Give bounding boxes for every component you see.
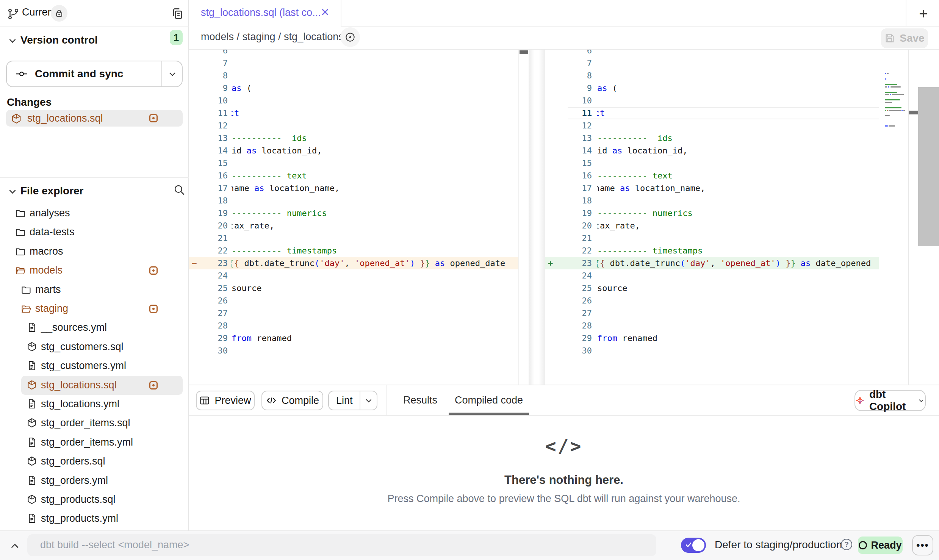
line-number: 21 <box>189 232 228 244</box>
line-number: 22 <box>189 244 228 257</box>
file-explorer-item-stg_products.yml[interactable]: stg_products.yml <box>6 510 183 527</box>
code-slash-icon: </> <box>189 435 939 457</box>
code-line-29: 29from renamed <box>545 332 908 344</box>
file-explorer-item-stg_orders.yml[interactable]: stg_orders.yml <box>6 472 183 490</box>
file-explorer-item-__sources.yml[interactable]: __sources.yml <box>6 319 183 336</box>
minimap[interactable] <box>883 50 908 385</box>
file-explorer-item-stg_locations.sql[interactable]: stg_locations.sql <box>6 377 183 394</box>
file-name: stg_locations.sql <box>41 379 117 391</box>
compile-button[interactable]: Compile <box>261 391 323 410</box>
preview-button[interactable]: Preview <box>196 391 255 410</box>
file-explorer-item-data-tests[interactable]: data-tests <box>6 224 183 241</box>
dbt-copilot-button[interactable]: dbt Copilot <box>854 390 926 411</box>
code-line-21: 21 <box>189 232 518 244</box>
tab-strip: stg_locations.sql (last co... ✕ + <box>189 0 939 27</box>
tab-compiled-code[interactable]: Compiled code <box>453 385 524 415</box>
code-line-28: 28 <box>545 319 908 332</box>
code-line-30: 30 <box>545 344 908 357</box>
model-icon <box>27 456 37 466</box>
file-explorer-item-stg_products.sql[interactable]: stg_products.sql <box>6 491 183 508</box>
preview-label: Preview <box>214 395 251 407</box>
line-number: 29 <box>189 332 228 344</box>
code-line-7: 7 <box>545 57 908 69</box>
diff-pane-original[interactable]: 6789as (1011ct1213---------- ids14id as … <box>189 50 519 385</box>
command-input[interactable]: dbt build --select <model_name> <box>27 534 656 556</box>
chevron-up-icon[interactable] <box>8 540 21 552</box>
line-number: 11 <box>189 107 228 119</box>
modified-badge <box>149 305 158 313</box>
file-explorer-item-analyses[interactable]: analyses <box>6 205 183 222</box>
code-line-9: 9as ( <box>545 82 908 94</box>
code-line-25: 25source <box>545 282 908 294</box>
file-explorer-item-marts[interactable]: marts <box>6 281 183 299</box>
file-explorer-list: analysesdata-testsmacrosmodelsmartsstagi… <box>0 0 189 530</box>
line-number: 26 <box>545 294 592 307</box>
diff-splitter[interactable] <box>529 50 545 385</box>
line-number: 24 <box>545 269 592 282</box>
results-panel: </> There's nothing here. Press Compile … <box>189 416 939 530</box>
code-line-24: 24 <box>189 269 518 282</box>
code-line-26: 26 <box>545 294 908 307</box>
help-icon[interactable]: ? <box>841 539 852 550</box>
line-number: 7 <box>545 57 592 69</box>
code-line-19: 19---------- numerics <box>545 207 908 219</box>
lint-button[interactable]: Lint <box>329 391 360 410</box>
file-name: stg_customers.yml <box>41 360 126 372</box>
scrollbar-thumb[interactable] <box>918 87 939 246</box>
line-number: 23 <box>545 257 592 269</box>
doc-icon <box>27 322 37 333</box>
lint-options-dropdown[interactable] <box>360 391 377 410</box>
code-line-18: 18 <box>189 194 518 207</box>
line-number: 15 <box>545 157 592 169</box>
file-explorer-item-stg_locations.yml[interactable]: stg_locations.yml <box>6 396 183 413</box>
sidebar: Current Version control 1 <box>0 0 189 530</box>
defer-toggle[interactable] <box>681 538 706 553</box>
code-line-19: 19---------- numerics <box>189 207 518 219</box>
save-button[interactable]: Save <box>881 28 928 48</box>
close-icon[interactable]: ✕ <box>321 6 329 19</box>
new-tab-button[interactable]: + <box>914 5 933 23</box>
code-line-24: 24 <box>545 269 908 282</box>
code-line-17: 17name as location_name, <box>189 182 518 194</box>
code-line-25: 25source <box>189 282 518 294</box>
file-name: stg_customers.sql <box>41 341 124 353</box>
code-line-6: 6 <box>189 50 518 57</box>
code-line-23: +23{{ dbt.date_trunc('day', 'opened_at')… <box>545 257 908 269</box>
compass-icon[interactable] <box>340 27 360 47</box>
line-number: 16 <box>189 169 228 182</box>
line-number: 14 <box>545 144 592 157</box>
file-explorer-item-models[interactable]: models <box>6 262 183 279</box>
file-explorer-item-stg_customers.yml[interactable]: stg_customers.yml <box>6 357 183 375</box>
tab-results[interactable]: Results <box>402 385 439 415</box>
code-line-13: 13---------- ids <box>545 132 908 144</box>
file-name: analyses <box>30 207 70 219</box>
line-number: 28 <box>189 319 228 332</box>
line-number: 20 <box>189 219 228 232</box>
file-explorer-item-stg_orders.sql[interactable]: stg_orders.sql <box>6 453 183 470</box>
code-line-17: 17name as location_name, <box>545 182 908 194</box>
left-pane-scrollbar[interactable] <box>519 50 529 385</box>
model-icon <box>27 418 37 428</box>
divider <box>906 0 906 26</box>
diff-pane-modified[interactable]: 6789as (1011ct1213---------- ids14id as … <box>545 50 908 385</box>
editor-scrollbar[interactable] <box>908 50 939 385</box>
folder-icon <box>21 284 31 295</box>
code-line-15: 15 <box>189 157 518 169</box>
breadcrumb[interactable]: models / staging / stg_locations.sql <box>201 31 360 43</box>
line-number: 25 <box>189 282 228 294</box>
code-line-11: 11ct <box>545 107 908 119</box>
file-name: stg_orders.sql <box>41 455 105 467</box>
code-line-10: 10 <box>189 94 518 107</box>
code-line-10: 10 <box>545 94 908 107</box>
line-number: 12 <box>189 119 228 132</box>
file-explorer-item-staging[interactable]: staging <box>6 300 183 318</box>
more-options-button[interactable]: ••• <box>912 535 933 555</box>
tab-stg-locations[interactable]: stg_locations.sql (last co... ✕ <box>189 0 341 27</box>
code-line-6: 6 <box>545 50 908 57</box>
file-explorer-item-stg_order_items.sql[interactable]: stg_order_items.sql <box>6 415 183 432</box>
code-line-14: 14id as location_id, <box>545 144 908 157</box>
file-explorer-item-stg_customers.sql[interactable]: stg_customers.sql <box>6 338 183 356</box>
file-explorer-item-stg_order_items.yml[interactable]: stg_order_items.yml <box>6 434 183 451</box>
file-explorer-item-macros[interactable]: macros <box>6 243 183 260</box>
minimap-slider[interactable] <box>909 111 919 114</box>
